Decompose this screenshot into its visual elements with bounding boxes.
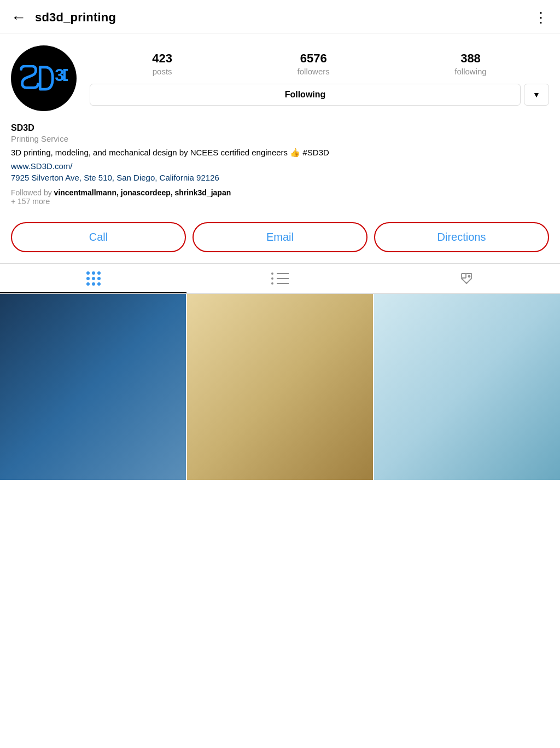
photo-thumb-2[interactable] [187, 294, 373, 480]
action-buttons: Call Email Directions [0, 213, 560, 263]
profile-name: SD3D [11, 123, 549, 133]
following-button[interactable]: Following [90, 84, 521, 106]
list-icon [271, 272, 289, 285]
profile-address[interactable]: 7925 Silverton Ave, Ste 510, San Diego, … [11, 172, 549, 184]
follow-dropdown-button[interactable]: ▼ [524, 84, 549, 106]
posts-label: posts [153, 67, 172, 76]
email-button[interactable]: Email [192, 222, 368, 252]
more-options-button[interactable]: ⋮ [534, 10, 549, 25]
followers-label: followers [298, 67, 330, 76]
profile-section: 3 D 423 posts 6576 followers 388 followi… [0, 33, 560, 120]
following-stat[interactable]: 388 following [454, 51, 486, 76]
avatar: 3 D [11, 45, 77, 111]
header: ← sd3d_printing ⋮ [0, 0, 560, 33]
follow-row: Following ▼ [90, 84, 549, 106]
photo-grid [0, 294, 560, 480]
tab-list[interactable] [186, 264, 373, 293]
followers-list: vincentmallmann, jonascordeep, shrink3d_… [54, 188, 231, 197]
svg-rect-2 [462, 274, 466, 278]
followers-count: 6576 [300, 51, 327, 66]
following-count: 388 [460, 51, 481, 66]
call-button[interactable]: Call [11, 222, 186, 252]
profile-website-link[interactable]: www.SD3D.com/ [11, 161, 549, 171]
directions-button[interactable]: Directions [374, 222, 549, 252]
followers-stat[interactable]: 6576 followers [298, 51, 330, 76]
photo-thumb-3[interactable] [374, 294, 560, 480]
avatar-wrap: 3 D [11, 45, 77, 111]
tagged-icon [460, 272, 473, 285]
bio-section: SD3D Printing Service 3D printing, model… [0, 120, 560, 213]
tab-grid[interactable] [0, 264, 186, 293]
avatar-logo: 3 D [11, 45, 77, 111]
followed-by-prefix: Followed by [11, 188, 54, 197]
posts-count: 423 [152, 51, 172, 66]
stats-row: 423 posts 6576 followers 388 following [90, 51, 549, 76]
dropdown-arrow-icon: ▼ [533, 90, 540, 99]
profile-username: sd3d_printing [35, 10, 116, 25]
photo-thumb-1[interactable] [0, 294, 186, 480]
posts-stat[interactable]: 423 posts [152, 51, 172, 76]
stats-wrap: 423 posts 6576 followers 388 following F… [90, 51, 549, 106]
back-button[interactable]: ← [11, 10, 26, 25]
more-followers: + 157 more [11, 197, 50, 206]
header-left: ← sd3d_printing [11, 10, 116, 25]
followed-by: Followed by vincentmallmann, jonascordee… [11, 188, 549, 206]
svg-text:D: D [62, 66, 68, 85]
grid-icon [86, 271, 101, 286]
profile-category: Printing Service [11, 134, 549, 143]
profile-description: 3D printing, modeling, and mechanical de… [11, 147, 549, 159]
tab-bar [0, 263, 560, 294]
tab-tagged[interactable] [374, 264, 560, 293]
svg-point-3 [469, 276, 470, 277]
following-label: following [454, 67, 486, 76]
